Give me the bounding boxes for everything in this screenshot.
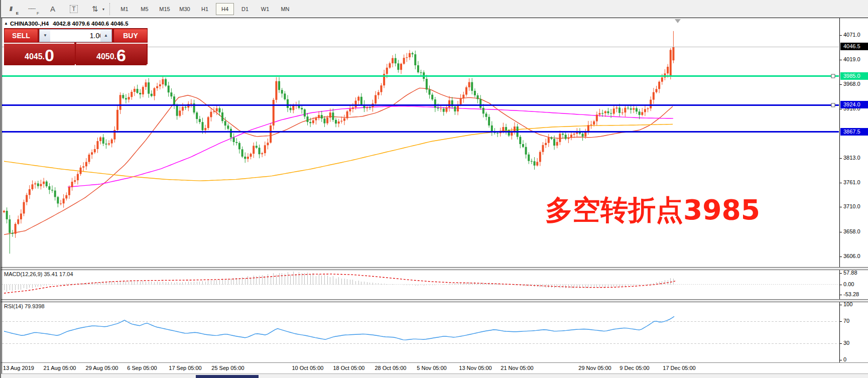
timeframe-button-w1[interactable]: W1: [256, 3, 274, 15]
rsi-pane-splitter[interactable]: [0, 299, 868, 302]
text-box-icon[interactable]: T: [65, 2, 83, 16]
macd-label: MACD(12,26,9) 35.41 17.04: [4, 271, 73, 277]
line-studies-toolbar: ///E┄┄FAT⇅▾: [0, 2, 105, 16]
timeframes-toolbar: M1M5M15M30H1H4D1W1MN: [114, 3, 295, 15]
macd-pane-splitter[interactable]: [0, 267, 868, 270]
price-tick-label: 3761.0: [843, 179, 860, 185]
tick-dash: [840, 183, 842, 183]
price-tick-label: 3658.0: [843, 228, 860, 234]
tick-dash: [840, 232, 842, 232]
symbol-timeframe: CHINA300-,H4: [10, 21, 49, 27]
level-price-badge: 3985.0: [840, 72, 868, 80]
arrow-objects-icon[interactable]: ⇅▾: [86, 2, 104, 16]
chart-shift-marker: [675, 19, 681, 23]
rsi-tick-label: 30: [843, 340, 849, 346]
time-axis[interactable]: 13 Aug 201921 Aug 05:0029 Aug 05:006 Sep…: [0, 362, 868, 374]
timeframe-button-m1[interactable]: M1: [115, 3, 134, 15]
trade-panel-top-row: SELL ▼ 1.00 ▲ BUY: [4, 28, 148, 43]
fibonacci-retracement-icon-sub: F: [37, 11, 39, 16]
tick-dash: [840, 285, 842, 285]
equidistant-channel-icon[interactable]: ///E: [2, 2, 20, 16]
level-price-badge: 3867.5: [840, 128, 868, 136]
price-tick-label: 3968.0: [843, 81, 860, 87]
tick-dash: [840, 273, 842, 274]
scrollbar-thumb[interactable]: [196, 375, 259, 378]
date-label: 28 Oct 05:00: [375, 365, 407, 371]
price-tick-label: 3606.0: [843, 253, 860, 259]
buy-price[interactable]: 4050. 6: [76, 44, 147, 65]
arrow-objects-icon-sub: ▾: [102, 7, 104, 12]
date-label: 13 Nov 05:00: [459, 365, 491, 371]
macd-signal-line: [4, 274, 675, 293]
timeframe-button-m5[interactable]: M5: [136, 3, 154, 15]
text-box-glyph: T: [70, 5, 77, 13]
timeframe-button-d1[interactable]: D1: [236, 3, 254, 15]
level-handle[interactable]: [831, 103, 835, 107]
tick-dash: [840, 360, 842, 360]
tick-dash: [840, 257, 842, 257]
chart-title: ▲CHINA300-,H44042.8 4079.6 4040.6 4046.5: [4, 21, 129, 27]
date-label: 21 Nov 05:00: [501, 365, 533, 371]
sell-price-big-digit: 0: [45, 46, 54, 64]
timeframe-button-h4[interactable]: H4: [216, 3, 234, 15]
buy-price-main: 4050.: [96, 49, 116, 64]
plot-left-border: [2, 18, 2, 373]
buy-price-big-digit: 6: [116, 46, 126, 64]
date-label: 5 Nov 05:00: [417, 365, 446, 371]
timeframe-button-h1[interactable]: H1: [196, 3, 214, 15]
rsi-tick-label: 70: [843, 318, 849, 324]
ma-mid-magenta: [68, 106, 673, 187]
level-handle[interactable]: [831, 74, 835, 78]
timeframe-button-mn[interactable]: MN: [276, 3, 294, 15]
price-tick-label: 4071.0: [843, 32, 860, 38]
rsi-tick-label: 0: [843, 356, 846, 362]
rsi-line: [4, 316, 674, 340]
price-tick-label: 3710.0: [843, 203, 860, 209]
tick-dash: [840, 109, 842, 109]
rsi-label: RSI(14) 79.9398: [4, 303, 45, 309]
date-label: 17 Sep 05:00: [169, 365, 201, 371]
buy-button[interactable]: BUY: [113, 29, 148, 43]
date-label: 21 Aug 05:00: [44, 365, 76, 371]
date-label: 29 Aug 05:00: [86, 365, 118, 371]
date-label: 25 Sep 05:00: [211, 365, 244, 371]
price-axis[interactable]: 4071.04019.03968.03916.03813.03761.03710…: [839, 18, 868, 373]
one-click-trading-panel: SELL ▼ 1.00 ▲ BUY 4045. 0 4050. 6: [4, 28, 148, 64]
macd-tick-label: -53.28: [843, 291, 859, 297]
level-price-badge: 3924.0: [840, 101, 868, 108]
macd-tick-label: 0.00: [843, 281, 854, 287]
equidistant-channel-icon-sub: E: [16, 11, 18, 16]
volume-decrease-button[interactable]: ▼: [39, 29, 51, 42]
toolbar-separator: [109, 3, 110, 15]
bottom-strip: [0, 373, 868, 378]
tick-dash: [840, 295, 842, 295]
window-left-edge: [0, 0, 1, 378]
sell-price[interactable]: 4045. 0: [4, 44, 75, 65]
timeframe-button-m30[interactable]: M30: [176, 3, 194, 15]
volume-input[interactable]: 1.00: [50, 29, 107, 42]
ohlc-values: 4042.8 4079.6 4040.6 4046.5: [53, 21, 128, 27]
sell-price-main: 4045.: [25, 49, 45, 64]
toolbar: ///E┄┄FAT⇅▾ M1M5M15M30H1H4D1W1MN: [0, 0, 868, 18]
tick-dash: [840, 305, 842, 305]
date-label: 18 Oct 05:00: [333, 365, 365, 371]
tick-dash: [840, 84, 842, 85]
volume-increase-button[interactable]: ▲: [100, 29, 112, 42]
symbol-collapse-icon[interactable]: ▲: [4, 21, 8, 26]
chart-annotation-text: 多空转折点3985: [545, 192, 760, 229]
date-label: 17 Dec 05:00: [663, 365, 695, 371]
fibonacci-retracement-icon[interactable]: ┄┄F: [23, 2, 41, 16]
sell-button[interactable]: SELL: [4, 29, 38, 43]
date-label: 29 Nov 05:00: [578, 365, 611, 371]
date-label: 10 Oct 05:00: [292, 365, 324, 371]
tick-dash: [840, 321, 842, 322]
timeframe-button-m15[interactable]: M15: [156, 3, 174, 15]
text-label-icon[interactable]: A: [44, 2, 62, 16]
tick-dash: [840, 35, 842, 36]
tick-dash: [840, 158, 842, 159]
current-price-badge: 4046.5: [840, 43, 868, 50]
date-label: 13 Aug 2019: [3, 365, 34, 371]
macd-tick-label: 57.88: [843, 270, 857, 276]
price-tick-label: 4019.0: [843, 56, 860, 62]
date-label: 9 Dec 05:00: [619, 365, 649, 371]
